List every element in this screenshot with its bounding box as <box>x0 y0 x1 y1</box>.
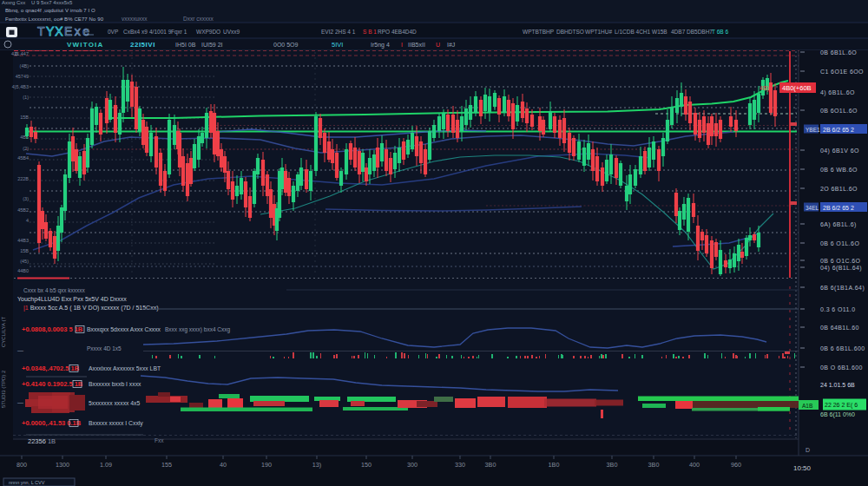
svg-text:22I5IVI: 22I5IVI <box>130 41 155 49</box>
svg-text:I#J: I#J <box>447 42 455 48</box>
svg-text:22 26 2 E( 6: 22 26 2 E( 6 <box>825 402 858 409</box>
svg-text:Cxxx bx 4 b5 qxx kxxxxx: Cxxx bx 4 b5 qxx kxxxxx <box>23 287 86 294</box>
svg-text:C1 6O1E 6OO: C1 6O1E 6OO <box>820 69 864 75</box>
svg-text:4: 4 <box>26 218 29 223</box>
svg-text:Ir5ng 4: Ir5ng 4 <box>371 42 390 49</box>
svg-text:A1B: A1B <box>802 403 812 409</box>
svg-text:(3): (3) <box>23 196 29 201</box>
svg-text:44B3: 44B3 <box>17 238 29 243</box>
svg-text:T: T <box>37 24 45 38</box>
svg-text:0.3 6 O11.0: 0.3 6 O11.0 <box>820 306 855 312</box>
svg-text:1.09: 1.09 <box>100 461 112 469</box>
svg-text:Bxxxqxx 5dxxxx Axxx Cxxxx: Bxxxqxx 5dxxxx Axxx Cxxxx <box>87 326 161 333</box>
svg-text:Axxrg Cxx U 9 5xx7 4xxx5x5: Axxrg Cxx U 9 5xx7 4xxx5x5 <box>2 0 73 5</box>
svg-text:0B 6O1L.6O: 0B 6O1L.6O <box>820 108 858 114</box>
svg-text:—: — <box>17 347 23 353</box>
svg-text:vxxxxuxxx: vxxxxuxxx <box>122 16 148 22</box>
svg-text:Pxxxx 4D 1x5: Pxxxx 4D 1x5 <box>87 345 122 351</box>
svg-text:24 1.01.5 6B: 24 1.01.5 6B <box>820 382 855 388</box>
svg-text:Dxxr cxxxxx: Dxxr cxxxxx <box>183 16 214 22</box>
svg-text:EVI2 2HS 4 1: EVI2 2HS 4 1 <box>321 29 356 35</box>
svg-text:U: U <box>436 42 440 48</box>
svg-text:Exe: Exe <box>64 24 92 38</box>
svg-text:10:50: 10:50 <box>793 464 812 472</box>
svg-text:2B 6/2 65 2: 2B 6/2 65 2 <box>823 205 854 211</box>
svg-text:4B0(+60B: 4B0(+60B <box>782 84 812 92</box>
svg-text:4) 6B1L.6O: 4) 6B1L.6O <box>820 89 855 96</box>
svg-text:330: 330 <box>455 461 465 469</box>
svg-text:1B0: 1B0 <box>549 461 560 469</box>
svg-text:(4B): (4B) <box>20 63 30 69</box>
svg-text:WXP9DO: WXP9DO <box>196 29 220 35</box>
svg-text:L/1CDB 4CH1: L/1CDB 4CH1 <box>615 29 651 35</box>
svg-text:4)5,4B3: 4)5,4B3 <box>12 84 29 89</box>
svg-text:4/1001 9: 4/1001 9 <box>149 29 172 35</box>
svg-text:Bxxxxxx bxxb I xxxx: Bxxxxxx bxxb I xxxx <box>89 381 141 387</box>
svg-text:Axxxlxxx Axxxxxx 5xxx LBT: Axxxlxxx Axxxxxx 5xxx LBT <box>89 365 161 371</box>
svg-text:6A) 6B1L.6): 6A) 6B1L.6) <box>820 221 857 228</box>
svg-text:44B0: 44B0 <box>17 268 29 273</box>
svg-text:Fqxr 1: Fqxr 1 <box>171 29 187 36</box>
svg-text:3B0: 3B0 <box>648 461 660 469</box>
svg-text:RPO 4EB4D4D: RPO 4EB4D4D <box>378 29 417 35</box>
svg-text:W15B: W15B <box>652 29 667 35</box>
svg-text:155: 155 <box>161 461 172 469</box>
svg-text:YBE1: YBE1 <box>806 127 820 133</box>
svg-text:IH5I 0B: IH5I 0B <box>175 42 196 48</box>
svg-text:3B0: 3B0 <box>485 461 496 469</box>
svg-text:UVxx9: UVxx9 <box>223 29 240 35</box>
svg-text:YX: YX <box>46 24 64 38</box>
svg-text:CYCLILYA (T: CYCLILYA (T <box>1 317 6 347</box>
svg-text:+0.0808,0.0003 5 1B: +0.0808,0.0003 5 1B <box>22 325 83 333</box>
svg-text:WPTBTBHP: WPTBTBHP <box>523 29 554 35</box>
svg-text:1300: 1300 <box>56 461 69 469</box>
svg-text:IUI59 2I: IUI59 2I <box>201 42 223 48</box>
svg-text:400: 400 <box>689 461 700 469</box>
svg-text:IIB5xII: IIB5xII <box>408 42 425 48</box>
svg-text:0B 6 WB.6O: 0B 6 WB.6O <box>820 167 858 173</box>
svg-text:6B 6(11 0%0: 6B 6(11 0%0 <box>820 411 855 418</box>
svg-text:0B 6 O1L.6O: 0B 6 O1L.6O <box>820 240 859 246</box>
svg-text:CxBx4 x9: CxBx4 x9 <box>123 29 148 35</box>
svg-text:800: 800 <box>16 461 27 469</box>
svg-text:4DB7: 4DB7 <box>671 29 686 35</box>
svg-text:15B: 15B <box>20 248 29 253</box>
svg-text:D: D <box>806 447 810 453</box>
svg-text:(45): (45) <box>20 259 29 264</box>
svg-text:(1): (1) <box>23 95 29 100</box>
svg-text:VWITOIA: VWITOIA <box>67 41 103 49</box>
svg-text:34EL: 34EL <box>806 205 819 211</box>
svg-text:04) 6B1V 6O: 04) 6B1V 6O <box>820 148 859 154</box>
svg-text:(2): (2) <box>23 146 29 151</box>
svg-text:T 6B 6: T 6B 6 <box>712 29 728 35</box>
svg-text:15B: 15B <box>20 115 29 120</box>
svg-text:190: 190 <box>261 461 272 469</box>
svg-text:Fwnbxttx Lxxxxxrxt, oo# B% CE7: Fwnbxttx Lxxxxxrxt, oo# B% CE77 No 90 <box>5 16 104 22</box>
svg-text:DB5DBH7: DB5DBH7 <box>687 29 713 35</box>
svg-text:|1 Bxxxx 5cc A.5 ( 1B V DO) xc: |1 Bxxxx 5cc A.5 ( 1B V DO) xcxxxx (7D /… <box>23 305 158 312</box>
svg-text:nnnn ynn, L CVV: nnnn ynn, L CVV <box>9 480 45 485</box>
svg-text:+0.4140 0.1902.5 1B: +0.4140 0.1902.5 1B <box>22 380 83 388</box>
svg-text:4B)(: 4B)( <box>760 85 772 92</box>
svg-text:WPT1HU#: WPT1HU# <box>585 29 612 35</box>
svg-text:960: 960 <box>731 461 741 469</box>
svg-text:2B 6/2 65 2: 2B 6/2 65 2 <box>823 127 854 133</box>
svg-text:I: I <box>401 42 403 48</box>
svg-text:300: 300 <box>407 461 418 469</box>
svg-text:13): 13) <box>312 461 321 469</box>
svg-text:5xxxxxxx xxxxx 4x5: 5xxxxxxx xxxxx 4x5 <box>89 400 141 406</box>
svg-text:2O 6B1L.6O: 2O 6B1L.6O <box>820 186 858 192</box>
svg-text:3B0: 3B0 <box>607 461 618 469</box>
svg-text:22356 1B: 22356 1B <box>28 437 56 445</box>
svg-text:45B4: 45B4 <box>17 155 29 161</box>
svg-text:6B 6(1B1A.64): 6B 6(1B1A.64) <box>820 285 865 292</box>
svg-text:0B 6B1L.6O: 0B 6B1L.6O <box>820 49 857 56</box>
svg-text:—: — <box>17 399 23 405</box>
svg-text:0O0 5O9: 0O0 5O9 <box>273 42 299 48</box>
svg-text:0B O 6B1.600: 0B O 6B1.600 <box>820 364 863 371</box>
svg-text:DBHDTSO: DBHDTSO <box>556 29 584 35</box>
svg-text:150: 150 <box>361 461 372 469</box>
svg-text:Bxxxxx xxxxx I Cxxly: Bxxxxx xxxxx I Cxxly <box>89 420 143 427</box>
svg-text:Bbnq, o qnac4f ,uqduiiut V irn: Bbnq, o qnac4f ,uqduiiut V irnob 7 I O <box>5 8 95 13</box>
svg-text:Youchp4LLU4D Exx Pxx 5x5V 4D D: Youchp4LLU4D Exx Pxx 5x5V 4D Dxxxx <box>17 296 127 303</box>
